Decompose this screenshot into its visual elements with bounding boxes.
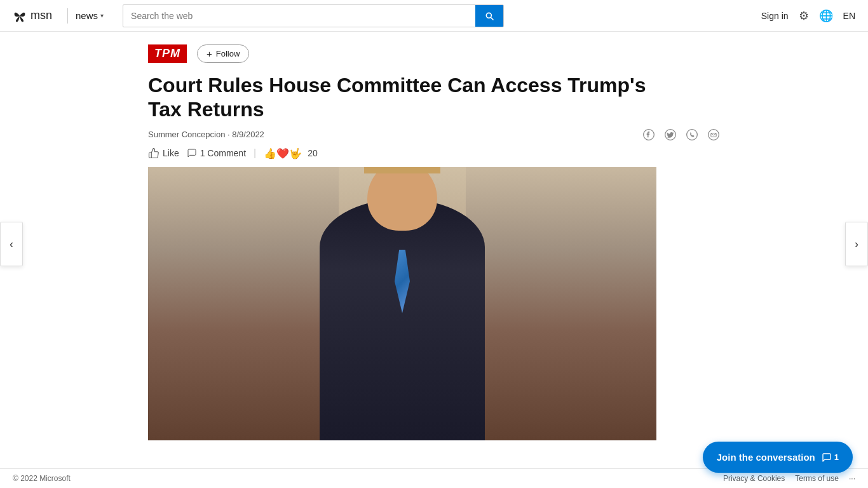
comment-label: 1 Comment [200, 148, 246, 158]
figure-hair [364, 167, 440, 173]
left-arrow-icon: ‹ [10, 238, 13, 251]
engagement-row: Like 1 Comment | 👍❤️🤟 20 [148, 147, 720, 159]
figure-head [367, 167, 437, 231]
right-arrow-icon: › [855, 238, 858, 251]
svg-point-2 [687, 129, 698, 140]
article-meta: Summer Concepcion · 8/9/2022 [148, 130, 264, 139]
search-input[interactable] [123, 7, 475, 25]
like-label: Like [163, 148, 179, 158]
author-name: Summer Concepcion [148, 130, 225, 139]
msn-logo-link[interactable]: msn [13, 9, 52, 23]
follow-label: Follow [216, 49, 240, 58]
reaction-emojis: 👍❤️🤟 [264, 147, 302, 159]
join-conversation-button[interactable]: Join the conversation 1 [703, 442, 853, 453]
facebook-share-icon[interactable] [642, 128, 655, 141]
article-date: 8/9/2022 [232, 130, 264, 139]
search-bar [123, 4, 504, 27]
comment-bubble-icon [822, 452, 832, 453]
header-divider [67, 8, 68, 24]
whatsapp-share-icon[interactable] [686, 128, 698, 141]
thumbs-up-icon [148, 147, 159, 159]
language-label: EN [843, 11, 855, 21]
meta-row: Summer Concepcion · 8/9/2022 [148, 128, 720, 141]
like-button[interactable]: Like [148, 147, 179, 159]
engage-divider: | [254, 147, 256, 159]
prev-article-arrow[interactable]: ‹ [0, 222, 23, 266]
globe-icon[interactable]: 🌐 [819, 9, 833, 23]
article-image [148, 167, 656, 440]
reaction-count: 20 [308, 148, 318, 158]
comment-icon [187, 148, 197, 158]
brand-text: msn [31, 9, 52, 22]
news-chevron-icon: ▾ [100, 12, 104, 19]
search-icon [484, 11, 494, 21]
article-title: Court Rules House Committee Can Access T… [148, 73, 669, 122]
article-image-placeholder [148, 167, 656, 440]
comment-count-badge: 1 [822, 452, 839, 453]
main-content: TPM + Follow Court Rules House Committee… [129, 32, 739, 453]
reactions[interactable]: 👍❤️🤟 20 [264, 147, 318, 159]
next-article-arrow[interactable]: › [845, 222, 868, 266]
source-bar: TPM + Follow [148, 44, 720, 63]
svg-point-3 [709, 129, 719, 140]
search-button[interactable] [475, 5, 503, 27]
conversation-count: 1 [834, 452, 839, 453]
news-label: news [76, 10, 98, 21]
header-right: Sign in ⚙ 🌐 EN [761, 9, 855, 23]
news-nav[interactable]: news ▾ [76, 10, 104, 21]
figure-body [320, 199, 485, 440]
join-conversation-label: Join the conversation [717, 452, 815, 453]
tpm-logo: TPM [148, 44, 187, 63]
follow-plus-icon: + [207, 48, 212, 59]
site-header: msn news ▾ Sign in ⚙ 🌐 EN [0, 0, 868, 32]
follow-button[interactable]: + Follow [197, 44, 249, 63]
settings-icon[interactable]: ⚙ [799, 9, 809, 23]
comment-button[interactable]: 1 Comment [187, 148, 246, 158]
twitter-share-icon[interactable] [664, 128, 677, 141]
msn-butterfly-icon [13, 9, 27, 23]
social-share-bar [642, 128, 720, 141]
email-share-icon[interactable] [707, 128, 720, 141]
sign-in-link[interactable]: Sign in [761, 11, 789, 21]
